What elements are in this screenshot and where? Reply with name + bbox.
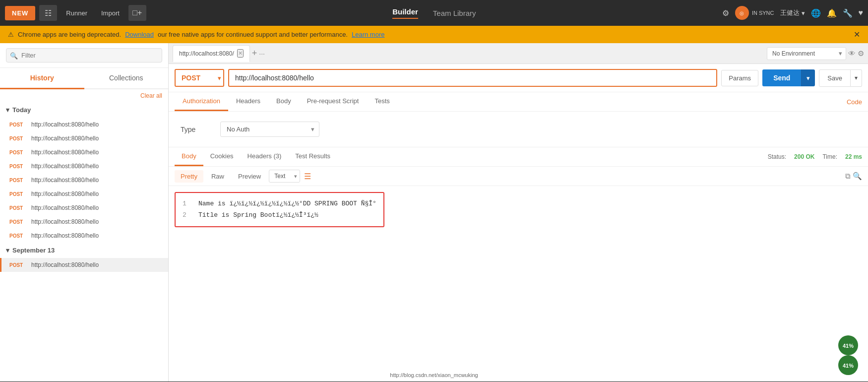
today-group-label[interactable]: ▾ Today (0, 102, 168, 118)
time-value: 22 ms (845, 153, 862, 160)
globe-icon-button[interactable]: 🌐 (811, 8, 821, 18)
layout-icon-button[interactable]: ☷ (39, 5, 57, 21)
auth-type-select[interactable]: No Auth (220, 122, 319, 137)
banner-learn-link[interactable]: Learn more (352, 31, 384, 38)
in-sync-text: IN SYNC (752, 10, 774, 16)
filter-wrap: 🔍 (6, 48, 162, 63)
line-text-2: Title is Spring Bootï¿½ï¿½Î³ï¿½ (198, 209, 318, 221)
tab-history[interactable]: History (0, 68, 84, 89)
active-request-tab[interactable]: http://localhost:8080/ ✕ (173, 45, 250, 62)
september-group: ▾ September 13 POST http://localhost:808… (0, 243, 168, 272)
response-body-toolbar: Pretty Raw Preview Text ▾ ☰ ⧉ 🔍 (169, 167, 868, 186)
response-status-bar: Status: 200 OK Time: 22 ms (768, 153, 862, 160)
code-button[interactable]: Code (847, 98, 862, 106)
sync-circle: ◎ (735, 6, 749, 20)
add-tab-button[interactable]: + (252, 48, 257, 59)
resp-search-button[interactable]: 🔍 (853, 172, 862, 181)
authorization-area: Type No Auth ▾ (169, 112, 868, 147)
runner-button[interactable]: Runner (61, 6, 92, 20)
preview-format-button[interactable]: Preview (232, 170, 267, 183)
save-chevron-button[interactable]: ▾ (851, 69, 862, 87)
more-tabs-button[interactable]: ··· (259, 50, 265, 58)
auth-type-label: Type (181, 126, 210, 133)
banner-download-link[interactable]: Download (125, 31, 154, 38)
tab-collections[interactable]: Collections (84, 68, 169, 89)
heart-icon-button[interactable]: ♥ (859, 8, 864, 17)
request-tabs: Authorization Headers Body Pre-request S… (169, 92, 868, 112)
bell-icon-button[interactable]: 🔔 (827, 8, 837, 18)
list-item[interactable]: POST http://localhost:8080/hello (0, 145, 168, 159)
resp-tab-body[interactable]: Body (175, 147, 203, 166)
team-library-label[interactable]: Team Library (433, 9, 476, 17)
tab-headers[interactable]: Headers (228, 92, 268, 111)
response-line-1: 1 Name is ï¿½ï¿½ï¿½ï¿½ï¿½ï¿½°DD SPRING B… (183, 198, 376, 209)
item-url: http://localhost:8080/hello (31, 191, 99, 197)
today-chevron-icon: ▾ (6, 106, 9, 114)
resp-type-select[interactable]: Text (269, 170, 300, 183)
list-item[interactable]: POST http://localhost:8080/hello (0, 201, 168, 215)
wrench-icon-button[interactable]: 🔧 (843, 8, 853, 18)
method-badge: POST (9, 178, 27, 183)
user-chevron-icon: ▾ (802, 9, 805, 17)
item-url: http://localhost:8080/hello (31, 135, 99, 142)
url-input[interactable] (228, 69, 717, 87)
sync-button[interactable]: ◎ IN SYNC (735, 6, 774, 20)
response-tabs-bar: Body Cookies Headers (3) Test Results St… (169, 147, 868, 167)
params-button[interactable]: Params (721, 70, 758, 86)
tab-close-button[interactable]: ✕ (237, 49, 244, 58)
environment-select[interactable]: No Environment (767, 47, 846, 60)
env-gear-button[interactable]: ⚙ (858, 49, 864, 58)
send-chevron-button[interactable]: ▾ (801, 69, 815, 86)
list-item[interactable]: POST http://localhost:8080/hello (0, 187, 168, 201)
item-url: http://localhost:8080/hello (31, 261, 99, 268)
tab-tests[interactable]: Tests (367, 92, 397, 111)
method-badge: POST (9, 191, 27, 197)
layout-icon: ☷ (45, 8, 52, 18)
tab-url-label: http://localhost:8080/ (179, 50, 234, 57)
top-right: ⚙ ◎ IN SYNC 王健达 ▾ 🌐 🔔 🔧 ♥ (722, 6, 863, 20)
env-eye-button[interactable]: 👁 (848, 49, 856, 58)
today-items-list: POST http://localhost:8080/hello POST ht… (0, 118, 168, 243)
item-url: http://localhost:8080/hello (31, 218, 99, 225)
tab-authorization[interactable]: Authorization (175, 92, 228, 111)
settings-icon-button[interactable]: ⚙ (722, 8, 729, 18)
resp-copy-button[interactable]: ⧉ (845, 172, 851, 181)
banner-close-button[interactable]: ✕ (854, 30, 860, 39)
import-button[interactable]: Import (96, 6, 124, 20)
send-button[interactable]: Send (762, 69, 801, 86)
raw-format-button[interactable]: Raw (205, 170, 230, 183)
list-item[interactable]: POST http://localhost:8080/hello (0, 215, 168, 229)
send-button-wrap: Send ▾ (762, 69, 815, 86)
method-badge: POST (9, 122, 27, 127)
resp-tab-headers[interactable]: Headers (3) (241, 147, 289, 166)
list-item[interactable]: POST http://localhost:8080/hello (0, 258, 168, 272)
september-group-label[interactable]: ▾ September 13 (0, 243, 168, 258)
tab-pre-request-script[interactable]: Pre-request Script (299, 92, 367, 111)
response-area: Body Cookies Headers (3) Test Results St… (169, 147, 868, 382)
banner-text1: Chrome apps are being deprecated. (18, 31, 121, 38)
today-group: ▾ Today POST http://localhost:8080/hello… (0, 102, 168, 243)
list-item[interactable]: POST http://localhost:8080/hello (0, 229, 168, 243)
item-url: http://localhost:8080/hello (31, 163, 99, 170)
user-button[interactable]: 王健达 ▾ (780, 8, 805, 17)
search-input[interactable] (6, 48, 162, 63)
method-select[interactable]: POST GET PUT DELETE (175, 69, 224, 87)
svg-text:41%: 41% (843, 363, 854, 369)
item-url: http://localhost:8080/hello (31, 232, 99, 239)
resp-filter-icon-button[interactable]: ☰ (304, 172, 311, 181)
list-item[interactable]: POST http://localhost:8080/hello (0, 159, 168, 173)
list-item[interactable]: POST http://localhost:8080/hello (0, 118, 168, 131)
tab-body[interactable]: Body (268, 92, 299, 111)
today-label: Today (12, 106, 31, 114)
clear-all-button[interactable]: Clear all (134, 89, 168, 102)
pretty-format-button[interactable]: Pretty (175, 170, 203, 183)
list-item[interactable]: POST http://localhost:8080/hello (0, 131, 168, 145)
list-item[interactable]: POST http://localhost:8080/hello (0, 173, 168, 187)
new-button[interactable]: NEW (5, 6, 35, 20)
url-input-wrap (228, 69, 717, 87)
resp-tab-cookies[interactable]: Cookies (203, 147, 241, 166)
save-button[interactable]: Save (819, 69, 851, 87)
item-url: http://localhost:8080/hello (31, 204, 99, 211)
resp-tab-test-results[interactable]: Test Results (288, 147, 337, 166)
new-request-icon-button[interactable]: □+ (128, 5, 146, 21)
